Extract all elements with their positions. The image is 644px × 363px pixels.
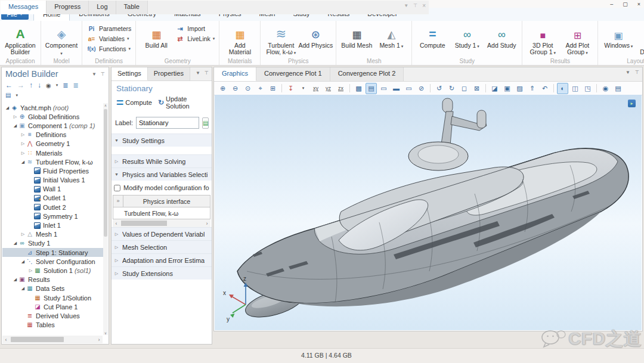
ribbon-button-3d-plot-group-1[interactable]: ■3D Plot Group 1 ▾ <box>525 22 560 56</box>
front-view-icon[interactable]: ▭ <box>378 83 389 94</box>
tree-item-definitions[interactable]: ▷≡Definitions <box>2 131 103 139</box>
tree-item-study-1-solution[interactable]: ▦Study 1/Solution <box>2 293 103 302</box>
disable-clipping-icon[interactable]: ⊘ <box>416 83 427 94</box>
tree-item-fluid-properties[interactable]: Fluid Properties <box>2 166 103 175</box>
tree-item-study-1[interactable]: ◢∞Study 1 <box>2 239 103 248</box>
ribbon-button-turbulent-flow-k[interactable]: ≋Turbulent Flow, k-ω ▾ <box>264 22 298 56</box>
copy-graphics-icon[interactable]: ◫ <box>569 83 581 94</box>
collapsed-icon[interactable]: ▷ <box>20 232 26 237</box>
graphics-tab-graphics[interactable]: Graphics <box>214 67 256 81</box>
collapsed-icon[interactable]: ▷ <box>27 268 34 273</box>
graphics-pin-icon[interactable]: ⊤ <box>635 70 639 75</box>
view-yz-icon[interactable]: yz <box>323 83 334 94</box>
zoom-out-icon[interactable]: ⊖ <box>230 83 241 94</box>
deselect-icon[interactable]: ⊠ <box>471 83 482 94</box>
projection-icon[interactable]: ◳ <box>582 83 593 94</box>
tree-item-mesh-1[interactable]: ▷△Mesh 1 <box>2 230 103 239</box>
panel-menu-caret-icon[interactable]: ▼ <box>92 72 97 77</box>
tree-item-initial-values-1[interactable]: Initial Values 1 <box>2 176 103 185</box>
scroll-left-icon[interactable]: ‹ <box>2 337 10 343</box>
go-to-default-view-icon[interactable]: ↧ <box>285 83 296 94</box>
tree-item-derived-values[interactable]: ≣Derived Values <box>2 311 103 320</box>
reset-camera-icon[interactable]: ↶ <box>539 83 550 94</box>
settings-tab-settings[interactable]: Settings <box>112 67 148 80</box>
expanded-icon[interactable]: ◢ <box>12 123 18 128</box>
section-adaptation-and-error-estima[interactable]: ▷Adaptation and Error Estima <box>112 253 212 266</box>
ribbon-button-parameters[interactable]: PiParameters <box>86 24 131 33</box>
bottom-tab-table[interactable]: Table <box>116 1 148 14</box>
expanded-icon[interactable]: ◢ <box>20 160 26 165</box>
tree-item-component-1[interactable]: ◢▣Component 1(comp 1) <box>2 121 103 130</box>
ribbon-button-add-study[interactable]: ∞Add Study <box>484 22 519 49</box>
bottom-tab-progress[interactable]: Progress <box>47 1 89 14</box>
ribbon-button-compute[interactable]: =Compute <box>415 22 450 49</box>
zoom-extents-icon[interactable]: ⌖ <box>255 83 266 94</box>
ribbon-button-add-material[interactable]: ▦Add Material <box>222 22 257 55</box>
back-icon[interactable]: ← <box>5 81 13 89</box>
graphics-menu-caret-icon[interactable]: ▼ <box>626 70 630 75</box>
panel-pin-icon[interactable]: ⊤ <box>101 72 105 77</box>
tree-item-outlet-2[interactable]: Outlet 2 <box>2 203 103 212</box>
ribbon-button-windows[interactable]: ▣Windows ▾ <box>601 22 636 49</box>
expanded-icon[interactable]: ◢ <box>12 241 18 246</box>
collapsed-icon[interactable]: ▷ <box>12 114 18 119</box>
scene-objects-icon[interactable]: ▩ <box>353 83 364 94</box>
tree-item-step-1-stationary[interactable]: ⊿Step 1: Stationary <box>2 248 103 257</box>
ribbon-button-application-builder[interactable]: AApplication Builder <box>3 22 38 55</box>
show-label-button[interactable]: ▤ <box>202 117 209 129</box>
table-expand-icon[interactable]: » <box>113 196 123 207</box>
table-horizontal-scrollbar[interactable]: ‹› <box>113 219 210 227</box>
scene-light-icon[interactable]: ◐ <box>557 83 568 94</box>
close-button[interactable]: × <box>637 1 640 7</box>
show-plot-icon[interactable]: ▣ <box>501 83 513 94</box>
table-row[interactable]: Turbulent Flow, k-ω <box>113 207 210 219</box>
fit-window-icon[interactable]: ⊞ <box>267 83 278 94</box>
collapsed-icon[interactable]: ▷ <box>20 151 26 156</box>
section-physics-and-variables-selecti[interactable]: ▼Physics and Variables Selecti <box>112 167 212 181</box>
select-region-icon[interactable]: ◻ <box>459 83 470 94</box>
ribbon-button-reset-desktop[interactable]: ↻Reset Desktop ▾ <box>636 22 644 56</box>
minimize-button[interactable]: – <box>610 1 613 7</box>
bottom-tab-log[interactable]: Log <box>89 1 116 14</box>
default-3d-view-icon[interactable]: ▤ <box>366 83 377 94</box>
ribbon-button-add-plot-group[interactable]: ⊞Add Plot Group ▾ <box>560 22 595 56</box>
view-zx-icon[interactable]: zx <box>335 83 346 94</box>
ribbon-button-variables[interactable]: a=Variables▾ <box>86 35 131 43</box>
tree-item-solver-configuration[interactable]: ◢⋱Solver Configuration <box>2 257 103 266</box>
bottom-tab-messages[interactable]: Messages <box>1 1 47 14</box>
scrollbar-thumb[interactable] <box>104 109 107 237</box>
rotate-left-icon[interactable]: ↺ <box>434 83 445 94</box>
graphics-context-icon[interactable]: ▸ <box>628 100 636 107</box>
rotate-right-icon[interactable]: ↻ <box>446 83 457 94</box>
tree-item-outlet-1[interactable]: ▲Outlet 1 <box>2 194 103 203</box>
view-menu-caret-icon[interactable]: ▾ <box>298 83 309 94</box>
move-down-icon[interactable]: ↓ <box>38 81 41 89</box>
graphics-canvas[interactable]: z x y ▸ <box>215 95 642 330</box>
transparency-icon[interactable]: ◪ <box>489 83 500 94</box>
model-tree-menu-icon[interactable]: ▤ <box>5 92 11 98</box>
collapse-all-icon[interactable]: ≣ <box>63 82 68 89</box>
ribbon-button-functions[interactable]: f(x)Functions▾ <box>86 45 131 53</box>
pop-out-icon[interactable]: ⇑ <box>527 83 538 94</box>
section-study-extensions[interactable]: ▷Study Extensions <box>112 266 212 280</box>
tree-item-turbulent-flow-k[interactable]: ◢≋Turbulent Flow, k-ω <box>2 157 103 166</box>
graphics-tab-convergence-plot-2[interactable]: Convergence Plot 2 <box>330 67 404 81</box>
settings-menu-caret-icon[interactable]: ▼ <box>196 70 200 80</box>
move-up-icon[interactable]: ↑ <box>29 81 33 89</box>
iso-view-icon[interactable]: ▭ <box>403 83 414 94</box>
forward-icon[interactable]: → <box>17 81 24 89</box>
tree-item-solution-1[interactable]: ▷▦Solution 1(sol1) <box>2 266 103 275</box>
section-study-settings[interactable]: ▼Study Settings <box>112 134 212 147</box>
show-caret-icon[interactable]: ▾ <box>56 83 58 88</box>
ribbon-button-livelink[interactable]: ⇄LiveLink▾ <box>175 35 215 43</box>
maximize-button[interactable]: ▢ <box>623 1 628 7</box>
ribbon-button-study-1[interactable]: ∞Study 1 ▾ <box>450 22 484 49</box>
action-compute[interactable]: =Compute <box>116 95 152 110</box>
tree-item-tables[interactable]: ▦Tables <box>2 321 103 330</box>
section-mesh-selection[interactable]: ▷Mesh Selection <box>112 240 212 253</box>
section-results-while-solving[interactable]: ▷Results While Solving <box>112 154 212 167</box>
ribbon-button-build-all[interactable]: ▦Build All <box>139 22 174 49</box>
tree-item-geometry-1[interactable]: ▷⋀Geometry 1 <box>2 139 103 148</box>
dock-menu-caret-icon[interactable]: ▼ <box>404 3 408 8</box>
expanded-icon[interactable]: ◢ <box>20 259 26 264</box>
